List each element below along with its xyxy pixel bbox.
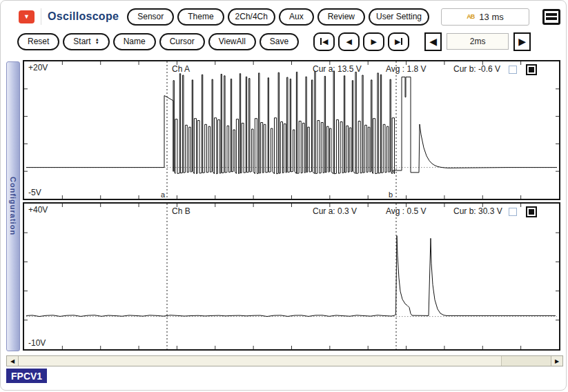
channel-b-cursor-a-value: Cur a: 0.3 V [313,206,357,216]
review-button[interactable]: Review [317,8,365,26]
time-value: 13 ms [479,12,503,22]
channel-a-cursor-a-value: Cur a: 13.5 V [313,64,362,74]
timer-icon: AB [467,13,474,20]
save-button[interactable]: Save [259,33,299,50]
triangle-left-icon: ◀ [322,37,328,46]
app-title: Oscilloscope [48,10,119,23]
step-forward-button[interactable]: ▶ [363,32,384,51]
main-area: Configuration +20V -5V Ch A Cur a: 13.5 … [6,60,560,351]
triangle-right-icon: ▶ [395,37,400,46]
bar-icon [401,38,402,45]
scroll-left-button[interactable]: ◀ [7,356,19,366]
user-setting-button[interactable]: User Setting [369,8,429,26]
triangle-right-icon: ▶ [371,37,376,46]
step-back-button[interactable]: ◀ [338,32,360,51]
cursor-a-label[interactable]: a [161,190,165,199]
channel-a-panel: +20V -5V Ch A Cur a: 13.5 V Avg : 1.8 V … [23,60,560,200]
channel-a-display-toggle[interactable] [526,64,537,75]
triangle-left-icon: ◀ [346,37,351,46]
menu-bar [546,17,557,20]
cursor-button[interactable]: Cursor [159,33,205,50]
triangle-right-icon: ▶ [518,36,526,47]
channel-a-avg-value: Avg : 1.8 V [386,64,426,74]
timebase-value-field[interactable]: 2ms [447,33,509,50]
app-menu-icon[interactable]: ▼ [19,10,35,23]
aux-button[interactable]: Aux [279,8,314,26]
channel-a-vmin-label: -5V [28,188,41,197]
sensor-button[interactable]: Sensor [127,8,174,26]
channel-a-name: Ch A [172,64,190,74]
menu-button[interactable] [542,9,560,25]
time-display: AB 13 ms [441,8,529,26]
channel-a-checkbox[interactable] [509,66,517,74]
channel-b-waveform [24,204,559,349]
timebase-increase-button[interactable]: ▶ [513,32,531,51]
channel-b-cursor-b-value: Cur b: 30.3 V [453,206,502,216]
horizontal-scrollbar[interactable]: ◀ ▶ [6,355,563,366]
reset-button[interactable]: Reset [17,33,59,50]
channel-b-vmax-label: +40V [28,205,48,215]
sidebar-tab-configuration[interactable]: Configuration [6,61,20,351]
triangle-left-icon: ◀ [10,358,14,364]
name-button[interactable]: Name [113,33,156,50]
cursor-b-label[interactable]: b [389,190,393,199]
playback-controls: ◀ ◀ ▶ ▶ [313,32,409,51]
skip-first-button[interactable]: ◀ [313,32,335,51]
channel-mode-button[interactable]: 2Ch/4Ch [228,8,275,26]
channel-b-name: Ch B [172,206,190,216]
menu-bar [546,13,557,16]
spinner-icon: ▲▼ [95,38,99,45]
channel-b-avg-value: Avg : 0.5 V [386,206,426,216]
bar-icon [320,38,322,45]
oscilloscope-window: ▼ Oscilloscope Sensor Theme 2Ch/4Ch Aux … [0,0,567,391]
status-tab-fpcv1[interactable]: FPCV1 [6,369,47,383]
scrollbar-thumb[interactable] [19,356,502,366]
start-button[interactable]: Start ▲▼ [63,33,109,50]
skip-last-button[interactable]: ▶ [388,32,409,51]
channel-b-vmin-label: -10V [28,338,46,348]
divider [41,8,41,25]
control-toolbar: Reset Start ▲▼ Name Cursor ViewAll Save … [17,31,560,52]
theme-button[interactable]: Theme [177,8,224,26]
viewall-button[interactable]: ViewAll [208,33,256,50]
channel-b-display-toggle[interactable] [526,206,537,217]
channel-a-waveform [24,61,559,199]
top-toolbar: ▼ Oscilloscope Sensor Theme 2Ch/4Ch Aux … [19,6,560,27]
scroll-right-button[interactable]: ▶ [551,356,562,366]
timebase-control: ◀ 2ms ▶ [424,32,531,51]
timebase-decrease-button[interactable]: ◀ [424,32,442,51]
triangle-right-icon: ▶ [555,358,559,364]
channel-a-vmax-label: +20V [28,63,48,72]
triangle-left-icon: ◀ [429,36,437,47]
chart-area: +20V -5V Ch A Cur a: 13.5 V Avg : 1.8 V … [23,60,560,351]
channel-b-panel: +40V -10V Ch B Cur a: 0.3 V Avg : 0.5 V … [23,202,560,351]
channel-a-cursor-b-value: Cur b: -0.6 V [453,64,500,74]
configuration-tab-label: Configuration [9,177,17,235]
channel-b-checkbox[interactable] [509,208,517,216]
